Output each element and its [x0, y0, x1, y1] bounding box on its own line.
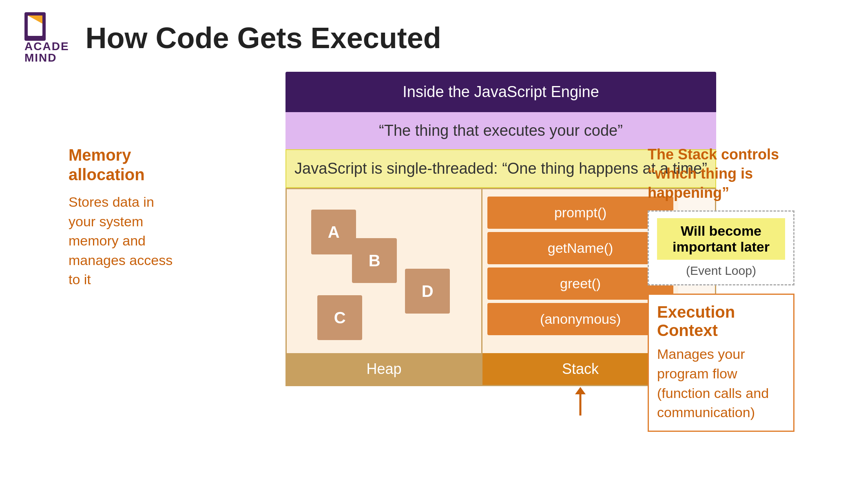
block-d: D — [405, 269, 450, 314]
left-sidebar: Memory allocation Stores data in your sy… — [69, 145, 183, 290]
stack-controls-text: The Stack controls “which thing is happe… — [648, 145, 794, 202]
page-title: How Code Gets Executed — [86, 21, 441, 55]
important-box-title: Will become important later — [657, 218, 785, 260]
stack-item-anonymous: (anonymous) — [487, 303, 673, 335]
logo: ACADE MIND — [24, 12, 69, 64]
engine-banner: Inside the JavaScript Engine — [285, 72, 716, 112]
heap-label: Heap — [287, 353, 481, 385]
block-a: A — [311, 210, 356, 254]
execution-context-box: Execution Context Manages your program f… — [648, 294, 794, 431]
logo-text: ACADE MIND — [24, 41, 69, 64]
arrow-up-icon — [570, 387, 591, 416]
right-sidebar: The Stack controls “which thing is happe… — [648, 145, 794, 432]
subtitle-banner: “The thing that executes your code” — [285, 112, 716, 149]
block-c: C — [317, 295, 362, 340]
stack-item-greet: greet() — [487, 267, 673, 300]
important-box: Will become important later (Event Loop) — [648, 210, 794, 285]
stack-item-prompt: prompt() — [487, 197, 673, 229]
stack-item-getname: getName() — [487, 232, 673, 264]
header: ACADE MIND How Code Gets Executed — [0, 0, 863, 72]
exec-context-title: Execution Context — [657, 303, 785, 340]
heap-section: A B C D Heap — [287, 189, 482, 385]
block-b: B — [352, 238, 397, 283]
logo-icon — [24, 12, 49, 41]
exec-context-text: Manages your program flow (function call… — [657, 345, 785, 422]
event-loop-label: (Event Loop) — [657, 264, 785, 278]
main-content: Memory allocation Stores data in your sy… — [0, 72, 863, 386]
diagram-wrapper: Memory allocation Stores data in your sy… — [44, 72, 819, 386]
svg-marker-4 — [575, 387, 586, 394]
memory-allocation-title: Memory allocation — [69, 145, 183, 184]
memory-allocation-text: Stores data in your system memory and ma… — [69, 192, 183, 290]
